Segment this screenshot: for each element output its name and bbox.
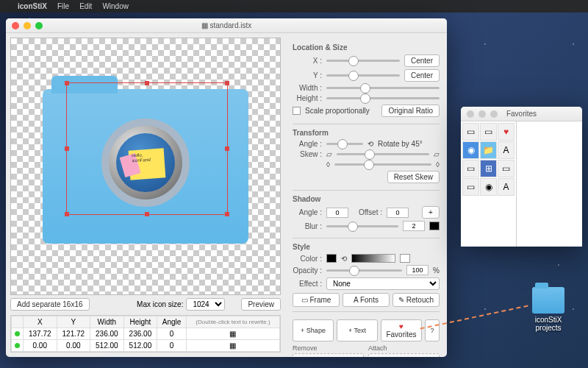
gradient-swatch[interactable] [351,254,395,263]
main-window: ▦ standard.istx Hello, iconFans! Add sep… [6,18,447,357]
close-button[interactable] [12,22,19,29]
help-button[interactable]: ? [425,319,440,342]
zoom-button[interactable] [35,22,43,29]
original-ratio-button[interactable]: Original Ratio [381,105,440,117]
x-slider[interactable] [326,60,400,62]
fav-item[interactable]: ▭ [498,160,514,177]
heart-icon: ♥ [399,322,404,330]
y-slider[interactable] [326,74,400,77]
fonts-button[interactable]: A Fonts [343,293,390,307]
skew-v-icon: ◊ [436,160,440,169]
fav-item[interactable]: A [498,178,514,196]
angle-slider[interactable] [326,143,363,145]
retouch-icon: ✎ [398,296,406,304]
style-group: Style Color :⟲ Opacity :% Effect :None ▭… [293,238,440,311]
retouch-button[interactable]: ✎ Retouch [392,293,440,307]
window-title: standard.istx [210,21,252,29]
width-slider[interactable] [326,87,440,89]
reset-skew-button[interactable]: Reset Skew [387,171,440,183]
desktop-folder[interactable]: iconStiX projects [528,287,569,332]
zoom-button[interactable] [490,110,498,118]
swap-icon[interactable]: ⟲ [341,255,347,263]
add-group: + Shape + Text ♥ Favorites ? Remove Drop… [293,311,440,357]
effect-select[interactable]: None [326,277,440,290]
minimize-button[interactable] [24,22,31,29]
skew-v-icon: ◊ [326,160,330,169]
add-separate-button[interactable]: Add separate 16x16 [10,298,90,311]
fav-item[interactable]: ◉ [462,141,479,159]
preview-button[interactable]: Preview [241,298,281,311]
blur-slider[interactable] [326,225,398,227]
location-size-group: Location & Size X :Center Y :Center Widt… [293,39,440,124]
height-slider[interactable] [326,97,440,99]
max-icon-label: Max icon size: [137,300,183,308]
fav-item[interactable]: ▭ [480,123,497,141]
skew-v-slider[interactable] [334,163,431,166]
shadow-angle-field[interactable] [326,208,348,218]
desktop-folder-label: iconStiX projects [528,316,569,332]
skew-h-slider[interactable] [337,153,429,155]
canvas[interactable]: Hello, iconFans! [10,38,281,295]
document-icon: ▦ [201,21,210,29]
opacity-slider[interactable] [326,269,402,272]
fav-item[interactable]: ▭ [462,123,479,141]
favorites-detail [517,121,582,247]
add-shape-button[interactable]: + Shape [293,319,334,342]
app-menu[interactable]: iconStiX [18,2,47,10]
remove-dropzone[interactable]: Drop items here to remove custom icon. [293,353,364,357]
fav-item[interactable]: ▭ [462,178,479,196]
visibility-dot[interactable] [15,343,20,348]
shadow-group: Shadow Angle : Offset : + Blur : [293,190,440,238]
center-x-button[interactable]: Center [404,54,440,67]
fav-item[interactable]: 📁 [480,141,497,159]
shadow-add-button[interactable]: + [422,206,440,219]
attach-dropzone[interactable]: Drop items here to attach current icon. … [368,353,440,357]
add-text-button[interactable]: + Text [337,319,378,342]
titlebar[interactable]: ▦ standard.istx [6,18,447,33]
rotate-icon[interactable]: ⟲ [368,140,373,148]
scale-checkbox[interactable] [293,107,301,115]
favorites-window: Favorites ▭ ▭ ♥ ◉ 📁 A ▭ ⊞ ▭ ▭ ◉ A [461,107,582,247]
attach-label: Attach [368,344,440,352]
transform-group: Transform Angle :⟲Rotate by 45° Skew :▱▱… [293,124,440,190]
layer-table[interactable]: X Y Width Height Angle (Double-click tex… [10,315,281,353]
selection-handles[interactable] [66,82,228,215]
blur-field[interactable] [403,221,425,231]
fav-item[interactable]: ▭ [462,160,479,177]
close-button[interactable] [467,110,474,118]
bg-swatch[interactable] [400,254,410,263]
center-y-button[interactable]: Center [404,69,440,82]
menu-window[interactable]: Window [102,2,129,10]
shadow-offset-field[interactable] [387,208,409,218]
shadow-color-swatch[interactable] [429,222,440,230]
frame-icon: ▭ [301,296,310,304]
visibility-dot[interactable] [15,331,20,336]
minimize-button[interactable] [478,110,486,118]
fonts-icon: A [354,296,360,304]
menubar: iconStiX File Edit Window [0,0,588,13]
fg-swatch[interactable] [326,254,337,263]
favorites-button[interactable]: ♥ Favorites [381,319,422,342]
max-icon-select[interactable]: 1024 [186,298,225,311]
fav-item[interactable]: ♥ [498,123,514,141]
table-row[interactable]: 0.000.00 512.00512.00 0▦ [12,340,280,352]
table-row[interactable]: 137.72121.72 236.00236.00 0▦ [12,328,280,340]
frame-button[interactable]: ▭ Frame [293,293,340,307]
remove-label: Remove [293,344,364,352]
fav-item[interactable]: ◉ [480,178,497,196]
skew-h-icon: ▱ [326,150,332,158]
favorites-grid: ▭ ▭ ♥ ◉ 📁 A ▭ ⊞ ▭ ▭ ◉ A [461,121,517,247]
properties-panel: Location & Size X :Center Y :Center Widt… [285,33,447,357]
menu-file[interactable]: File [57,2,69,10]
opacity-field[interactable] [406,265,429,275]
menu-edit[interactable]: Edit [79,2,92,10]
skew-h-icon: ▱ [434,150,440,158]
fav-item[interactable]: A [498,141,514,159]
folder-icon [532,287,564,314]
fav-item[interactable]: ⊞ [480,160,497,177]
fav-titlebar[interactable]: Favorites [461,107,582,121]
